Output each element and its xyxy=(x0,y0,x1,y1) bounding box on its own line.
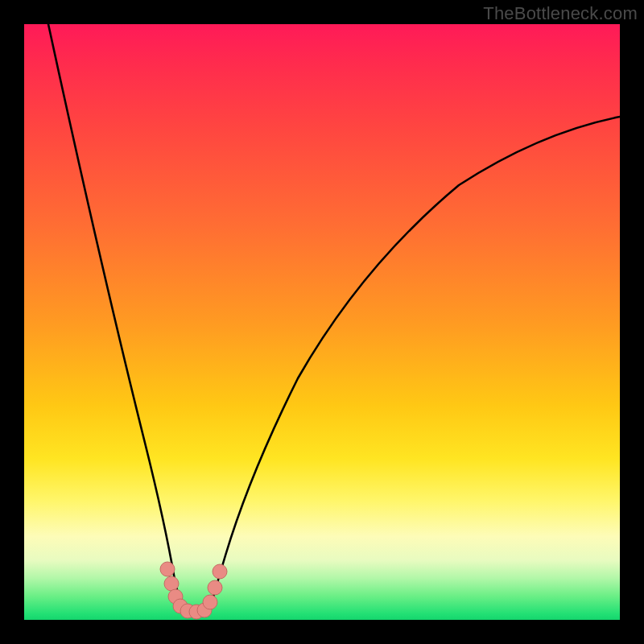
svg-point-8 xyxy=(208,580,222,595)
svg-point-1 xyxy=(164,576,179,591)
curve-right-branch xyxy=(210,117,620,609)
curve-left-branch xyxy=(48,24,183,609)
svg-point-0 xyxy=(160,562,175,576)
curve-markers xyxy=(160,562,227,619)
watermark-text: TheBottleneck.com xyxy=(483,3,638,24)
chart-frame: TheBottleneck.com xyxy=(0,0,644,644)
plot-area xyxy=(24,24,620,620)
svg-point-9 xyxy=(213,564,227,579)
svg-point-7 xyxy=(203,595,217,609)
bottleneck-curve xyxy=(24,24,620,620)
